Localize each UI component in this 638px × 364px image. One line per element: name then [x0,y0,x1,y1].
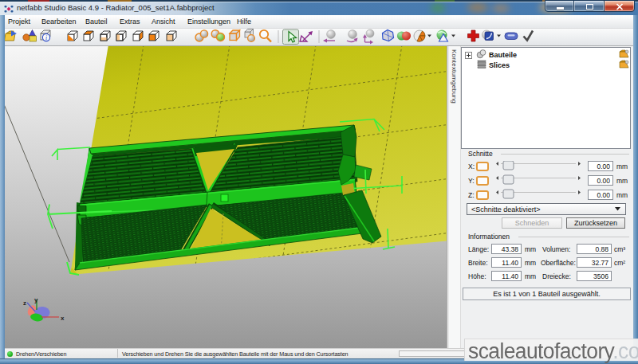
svg-text:y: y [34,296,38,303]
svg-text:i: i [45,34,47,41]
svg-text:x: x [61,315,65,322]
svg-text:z: z [23,299,26,307]
